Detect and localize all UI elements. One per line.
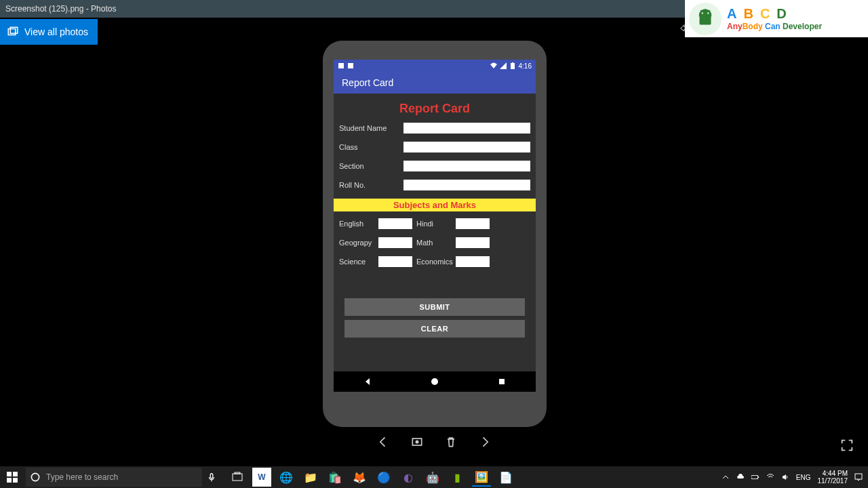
section-input[interactable] [403,161,530,171]
task-view-button[interactable] [228,468,247,487]
app-bar: Report Card [334,72,536,94]
android-emulator-frame: 4:16 Report Card Report Card Student Nam… [323,41,547,427]
svg-rect-14 [512,62,513,63]
svg-point-10 [707,12,709,14]
watermark-logo: ABCD AnyBody Can Developer [685,0,868,37]
geography-label: Geograpy [339,239,374,247]
student-label: Student Name [339,124,403,132]
science-input[interactable] [378,256,412,267]
svg-rect-26 [235,472,240,474]
photos-app-icon[interactable]: 🖼️ [472,468,491,487]
english-label: English [339,220,374,228]
firefox-app-icon[interactable]: 🦊 [350,468,369,487]
svg-rect-8 [700,16,711,24]
language-indicator[interactable]: ENG [796,474,811,481]
recent-nav-icon[interactable] [497,377,507,386]
svg-rect-24 [210,474,213,479]
svg-point-18 [416,441,418,443]
subjects-heading: Subjects and Marks [334,199,536,211]
app-notif-icon [338,62,344,69]
class-label: Class [339,143,403,151]
mic-icon [207,472,216,482]
onedrive-tray-icon[interactable] [736,473,745,481]
page-heading: Report Card [339,102,530,116]
explorer-app-icon[interactable]: 📁 [301,468,320,487]
search-placeholder: Type here to search [46,472,118,482]
window-title: Screenshot (125).png - Photos [5,4,116,14]
word-app-icon[interactable]: W [252,468,271,487]
class-input[interactable] [403,142,530,152]
notifications-tray-icon[interactable] [854,473,863,481]
eclipse-app-icon[interactable]: ◐ [399,468,418,487]
svg-rect-1 [10,27,18,33]
volume-tray-icon[interactable] [781,473,789,481]
svg-rect-21 [7,478,12,483]
view-all-label: View all photos [24,26,88,37]
status-time: 4:16 [519,62,532,70]
roll-label: Roll No. [339,181,403,189]
math-label: Math [416,239,452,247]
student-input[interactable] [403,123,530,134]
edge-app-icon[interactable]: 🌐 [277,468,296,487]
svg-rect-19 [7,472,12,476]
clock-time: 4:44 PM [818,470,848,477]
delete-button[interactable] [444,435,458,449]
app-notif-icon [347,62,354,69]
svg-rect-29 [855,474,862,479]
svg-rect-0 [8,29,16,35]
svg-rect-20 [13,472,18,476]
wifi-tray-icon[interactable] [766,473,774,481]
cortana-icon [30,472,41,483]
svg-rect-27 [751,475,757,479]
back-nav-icon[interactable] [363,377,372,386]
geography-input[interactable] [378,237,412,248]
tray-chevron-icon[interactable] [722,473,730,481]
android-status-bar: 4:16 [334,60,536,72]
app-title: Report Card [342,77,393,88]
hindi-label: Hindi [416,220,452,228]
system-tray: ENG 4:44 PM 11/7/2017 [722,470,868,485]
wifi-icon [490,62,497,69]
signal-icon [500,62,507,69]
start-button[interactable] [0,466,24,488]
svg-rect-11 [338,63,344,68]
svg-rect-25 [233,474,242,481]
photo-viewer-controls [363,428,505,455]
english-input[interactable] [378,218,412,229]
svg-point-23 [31,473,39,481]
notepad2-app-icon[interactable]: 📄 [496,468,515,487]
prev-photo-button[interactable] [376,435,390,449]
next-photo-button[interactable] [478,435,492,449]
taskbar-clock[interactable]: 4:44 PM 11/7/2017 [818,470,848,485]
chrome-app-icon[interactable]: 🔵 [374,468,393,487]
hindi-input[interactable] [456,218,490,229]
roll-input[interactable] [403,180,530,190]
taskbar-search[interactable]: Type here to search [26,468,202,487]
taskbar-apps: W 🌐 📁 🛍️ 🦊 🔵 ◐ 🤖 ▮ 🖼️ 📄 [228,468,515,487]
notepad-app-icon[interactable]: ▮ [448,468,467,487]
science-label: Science [339,258,374,266]
view-all-photos-button[interactable]: View all photos [0,19,98,45]
submit-button[interactable]: SUBMIT [344,298,524,316]
economics-input[interactable] [456,256,490,267]
logo-letters: ABCD [727,5,822,22]
android-nav-bar [334,371,536,392]
windows-icon [7,472,18,483]
windows-taskbar: Type here to search W 🌐 📁 🛍️ 🦊 🔵 ◐ 🤖 ▮ 🖼… [0,466,868,488]
fullscreen-button[interactable] [840,438,854,455]
store-app-icon[interactable]: 🛍️ [326,468,344,487]
svg-rect-16 [499,379,505,384]
home-nav-icon[interactable] [430,377,439,386]
math-input[interactable] [456,237,490,248]
svg-point-9 [702,12,703,14]
app-content: Report Card Student Name Class Section R… [334,94,536,392]
android-studio-icon[interactable]: 🤖 [423,468,442,487]
battery-icon [509,62,516,69]
add-to-creation-button[interactable] [410,435,424,449]
battery-tray-icon[interactable] [751,473,760,481]
clear-button[interactable]: CLEAR [344,320,524,338]
svg-rect-12 [348,63,353,68]
mic-button[interactable] [202,472,221,482]
economics-label: Economics [416,258,452,266]
logo-subtitle: AnyBody Can Developer [727,22,822,31]
